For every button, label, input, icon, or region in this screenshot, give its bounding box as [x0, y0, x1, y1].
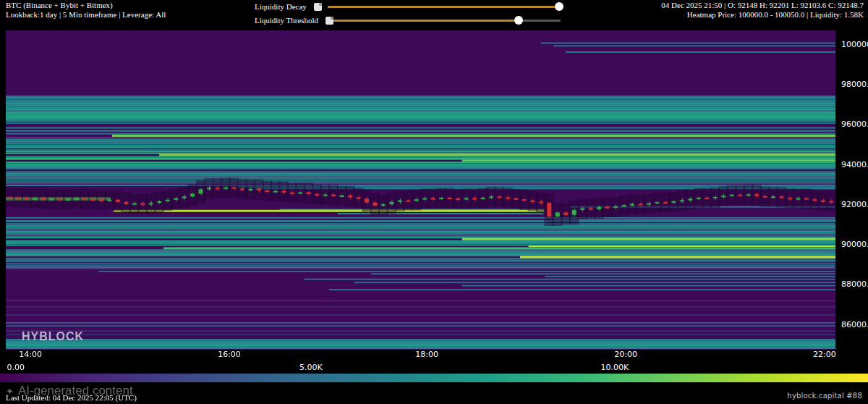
liquidity-colorbar	[0, 374, 868, 382]
brand-watermark: hyblock.capital #88	[787, 392, 862, 400]
y-axis-tick-label: 94000.0	[841, 161, 868, 169]
slider-fill	[328, 6, 559, 8]
last-updated-text: Last Updated: 04 Dec 2025 22:05 (UTC)	[6, 393, 137, 402]
liquidity-decay-control: Liquidity Decay	[255, 1, 561, 12]
hyblock-liquidation-heatmap-app: BTC (Binance + Bybit + Bitmex) Lookback:…	[0, 0, 868, 404]
colorbar-tick-label: 0.00	[7, 363, 25, 372]
hyblock-watermark: HYBLOCK	[22, 330, 84, 343]
y-axis-tick-label: 90000.0	[841, 240, 868, 249]
y-axis-tick-label: 86000.0	[841, 321, 868, 329]
x-axis-tick-label: 16:00	[218, 350, 241, 360]
liquidity-threshold-slider[interactable]	[333, 15, 561, 25]
slider-knob[interactable]	[555, 2, 563, 11]
y-axis-tick-label: 96000.0	[841, 120, 868, 129]
x-axis-tick-label: 14:00	[19, 350, 42, 360]
instrument-settings-summary: Lookback:1 day | 5 Min timeframe | Lever…	[6, 10, 166, 20]
instrument-header: BTC (Binance + Bybit + Bitmex) Lookback:…	[6, 1, 166, 20]
x-axis-tick-label: 18:00	[415, 350, 438, 360]
colorbar-tick-label: 10.00K	[600, 363, 629, 372]
liquidity-threshold-label: Liquidity Threshold	[255, 16, 318, 25]
y-axis-tick-label: 88000.0	[841, 280, 868, 289]
x-axis-tick-label: 22:00	[813, 350, 836, 360]
slider-knob[interactable]	[514, 16, 523, 25]
note-icon[interactable]	[314, 3, 322, 11]
slider-fill	[333, 20, 519, 22]
liquidity-threshold-control: Liquidity Threshold	[255, 15, 561, 25]
note-icon[interactable]	[326, 17, 333, 25]
y-axis-tick-label: 92000.0	[841, 201, 868, 209]
ohlc-line: 04 Dec 2025 21:50 | O: 92148 H: 92201 L:…	[661, 1, 864, 10]
ohlc-readout: 04 Dec 2025 21:50 | O: 92148 H: 92201 L:…	[661, 1, 864, 20]
x-axis-tick-label: 20:00	[614, 350, 637, 360]
y-axis-tick-label: 98000.0	[841, 80, 868, 89]
instrument-title: BTC (Binance + Bybit + Bitmex)	[6, 1, 166, 10]
heatmap-price-line: Heatmap Price: 100000.0 - 100050.0 | Liq…	[661, 10, 864, 20]
colorbar-tick-label: 5.00K	[299, 363, 323, 372]
liquidity-decay-slider[interactable]	[328, 1, 561, 12]
heatmap-canvas[interactable]	[6, 30, 835, 350]
y-axis-tick-label: 100000.0	[841, 41, 868, 49]
liquidity-decay-label: Liquidity Decay	[255, 2, 307, 11]
